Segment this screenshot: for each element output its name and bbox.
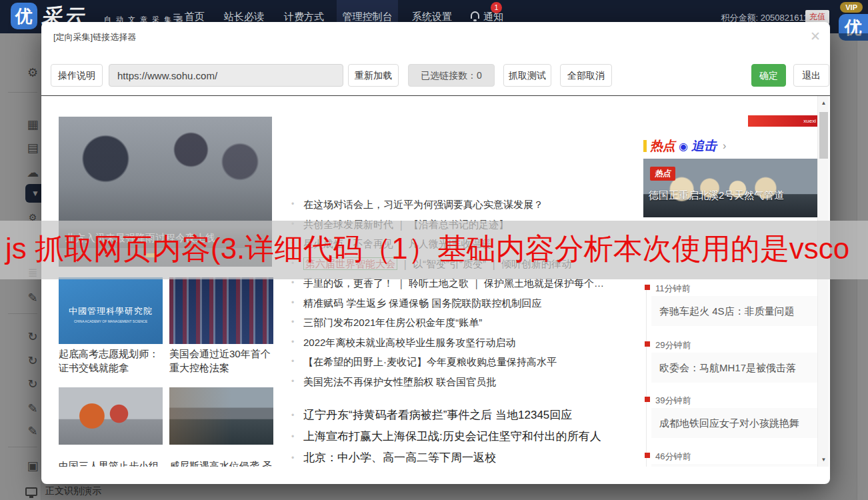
pursuit-label: 追击 bbox=[691, 137, 717, 155]
dialog-title: [定向采集]链接选择器 bbox=[53, 31, 136, 43]
watermark-text: js 抓取网页内容(3.详细代码（1）基础内容分析本次使用的是vsco bbox=[5, 230, 849, 267]
webview-scrollbar[interactable]: ▲ ▼ bbox=[817, 96, 829, 467]
headline-link[interactable]: 辽宁丹东“持黄码者看病被拦”事件之后 当地12345回应 bbox=[290, 405, 643, 426]
timeline-item[interactable]: 奔驰车起火 4S店：非质量问题 bbox=[651, 296, 818, 326]
photo-caption[interactable]: 威尼斯遇高水位侵袭 圣 bbox=[169, 459, 276, 467]
help-button[interactable]: 操作说明 bbox=[51, 64, 103, 87]
timeline-time: 46分钟前 bbox=[655, 451, 691, 463]
notification-badge: 1 bbox=[491, 2, 502, 13]
headline-link[interactable]: 在这场对话会上，习近平为何强调要真心实意谋发展？ bbox=[290, 195, 643, 215]
timeline-item[interactable]: 成都地铁回应女子对小孩跳艳舞 bbox=[651, 408, 818, 438]
timeline-item[interactable]: 上海宣布打赢大上海保卫战 bbox=[651, 464, 818, 467]
headline-link[interactable]: 2022年离校未就业高校毕业生服务攻坚行动启动 bbox=[290, 333, 643, 353]
headline-link[interactable]: 北京：中小学、高一高二等下周一返校 bbox=[290, 447, 643, 467]
news-photo-basketball[interactable] bbox=[59, 387, 163, 445]
timeline-line bbox=[646, 288, 647, 467]
exit-button[interactable]: 退出 bbox=[793, 64, 829, 87]
ad-banner[interactable]: xuexi bbox=[748, 115, 819, 127]
confirm-button[interactable]: 确定 bbox=[751, 64, 786, 87]
headline-link[interactable]: 精准赋码 学生返乡 保通保畅 国务院联防联控机制回应 bbox=[290, 293, 643, 313]
grab-test-button[interactable]: 抓取测试 bbox=[503, 64, 551, 87]
hot-news-card[interactable]: 热点 德国正重启北溪2号天然气管道 bbox=[643, 159, 818, 217]
chevron-right-icon: › bbox=[723, 140, 726, 152]
section-bar bbox=[643, 140, 647, 152]
headline-link[interactable]: 美国宪法不再保护女性堕胎权 联合国官员批 bbox=[290, 372, 643, 392]
photo-caption[interactable]: 美国会通过近30年首个重大控枪法案 bbox=[169, 347, 276, 375]
photo-caption[interactable]: 中国三人男篮止步小组赛 bbox=[59, 459, 165, 467]
selected-count-badge: 已选链接数：0 bbox=[408, 64, 495, 87]
timeline-time: 39分钟前 bbox=[655, 395, 691, 407]
cancel-all-button[interactable]: 全部取消 bbox=[560, 64, 612, 87]
reload-button[interactable]: 重新加载 bbox=[348, 64, 399, 87]
timeline-item[interactable]: 欧委会：马航MH17是被俄击落 bbox=[651, 353, 818, 383]
timeline-time: 11分钟前 bbox=[655, 283, 691, 295]
watermark-band: js 抓取网页内容(3.详细代码（1）基础内容分析本次使用的是vsco bbox=[0, 221, 868, 279]
bell-icon bbox=[471, 11, 479, 19]
hot-label: 热点 bbox=[650, 137, 675, 155]
news-photo-biden[interactable] bbox=[169, 277, 273, 344]
photo-overlay-subtitle: CHINA ACADEMY OF MANAGEMENT SCIENCE bbox=[59, 319, 163, 323]
vip-badge: VIP bbox=[840, 2, 863, 13]
timeline-time: 29分钟前 bbox=[655, 339, 691, 351]
app-root: ⚙ ▦ ▤ ☁ ▼ ⚙ ≣ ✎ ↻ ↻ ↻ ✎ ✎ ▣ 正文识别演示 优 采云 … bbox=[0, 0, 868, 500]
brand-logo[interactable]: 优 bbox=[11, 3, 37, 29]
headline-link[interactable]: 上海宣布打赢大上海保卫战:历史会记住坚守和付出的所有人 bbox=[290, 426, 643, 447]
scroll-down-icon[interactable]: ▼ bbox=[818, 457, 829, 463]
scrollbar-thumb[interactable] bbox=[819, 112, 828, 159]
hot-badge: 热点 bbox=[650, 167, 675, 181]
news-photo-sign[interactable]: 中國管理科學研究院 CHINA ACADEMY OF MANAGEMENT SC… bbox=[59, 277, 163, 344]
hot-card-caption: 德国正重启北溪2号天然气管道 bbox=[649, 189, 784, 202]
url-input[interactable] bbox=[109, 64, 343, 87]
close-icon[interactable]: ✕ bbox=[810, 29, 821, 44]
embedded-webpage: 北方入汛来最强降雨过程今夜上线 中國管理科學研究院 CHINA ACADEMY … bbox=[41, 96, 830, 467]
news-photo-venice[interactable] bbox=[169, 387, 273, 445]
hot-pursuit-header[interactable]: 热点 ◉ 追击 › bbox=[643, 139, 726, 153]
headline-link[interactable]: 三部门发布2021年住房公积金年度“账单” bbox=[290, 313, 643, 333]
photo-caption[interactable]: 起底高考志愿规划师：证书交钱就能拿 bbox=[59, 347, 165, 375]
photo-overlay-title: 中國管理科學研究院 bbox=[59, 305, 163, 317]
target-icon: ◉ bbox=[679, 140, 688, 153]
headline-link[interactable]: 【在希望的田野上·麦收记】今年夏粮收购总量保持高水平 bbox=[290, 352, 643, 372]
scroll-up-icon[interactable]: ▲ bbox=[818, 100, 829, 106]
